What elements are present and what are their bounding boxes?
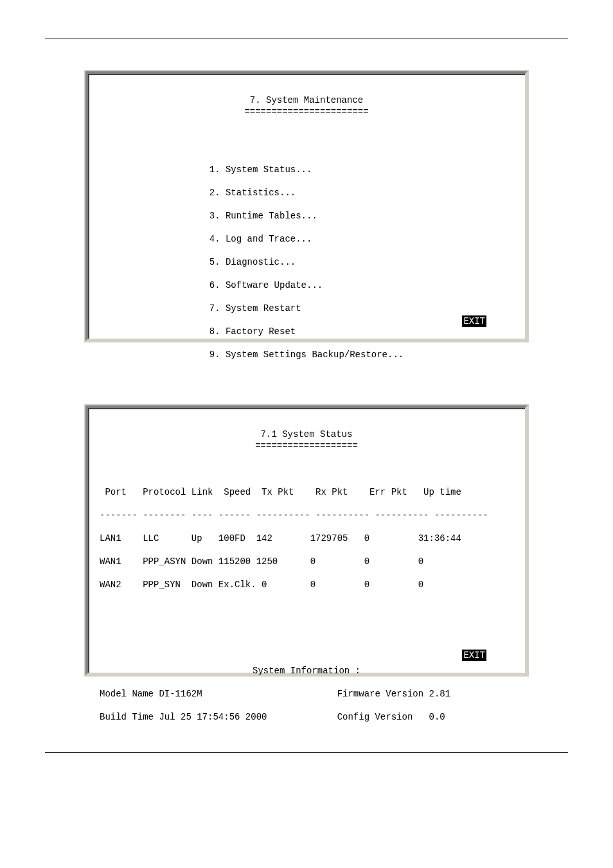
screen1-wrap: 7. System Maintenance===================…	[0, 71, 613, 341]
bottom-rule	[45, 752, 568, 753]
screen2-content: 7.1 System Status=================== Por…	[100, 417, 513, 746]
screen1-menu: 1. System Status... 2. Statistics... 3. …	[209, 152, 404, 372]
table-row: WAN1 PPP_ASYN Down 115200 1250 0 0 0	[100, 556, 513, 567]
screen1-title: 7. System Maintenance	[100, 94, 513, 106]
screen1-panel: 7. System Maintenance===================…	[85, 71, 528, 341]
table-header: Port Protocol Link Speed Tx Pkt Rx Pkt E…	[100, 486, 513, 498]
menu-item-6[interactable]: 6. Software Update...	[209, 279, 404, 291]
menu-item-5[interactable]: 5. Diagnostic...	[209, 256, 404, 268]
sysinfo-line1: Model Name DI-1162M Firmware Version 2.8…	[100, 688, 513, 700]
menu-item-4[interactable]: 4. Log and Trace...	[209, 233, 404, 245]
table-row: WAN2 PPP_SYN Down Ex.Clk. 0 0 0 0	[100, 579, 513, 590]
screen1-exit-button[interactable]: EXIT	[462, 315, 486, 327]
sysinfo-line2: Build Time Jul 25 17:54:56 2000 Config V…	[100, 711, 513, 723]
screen1-content: 7. System Maintenance===================…	[100, 83, 513, 395]
menu-item-7[interactable]: 7. System Restart	[209, 303, 404, 314]
menu-item-1[interactable]: 1. System Status...	[209, 164, 404, 175]
menu-item-9[interactable]: 9. System Settings Backup/Restore...	[209, 349, 404, 360]
screen2-title: 7.1 System Status	[100, 429, 513, 440]
menu-item-2[interactable]: 2. Statistics...	[209, 187, 404, 199]
screen2-wrap: 7.1 System Status=================== Por…	[0, 405, 613, 675]
screen2-panel: 7.1 System Status=================== Por…	[85, 405, 528, 675]
page: 7. System Maintenance===================…	[0, 0, 613, 792]
top-rule	[45, 39, 568, 39]
screen1-underline: =======================	[100, 106, 513, 118]
screen2-underline: ===================	[100, 440, 513, 452]
screen2-exit-button[interactable]: EXIT	[462, 650, 486, 661]
menu-item-8[interactable]: 8. Factory Reset	[209, 326, 404, 337]
table-row: LAN1 LLC Up 100FD 142 1729705 0 31:36:44	[100, 533, 513, 544]
menu-item-3[interactable]: 3. Runtime Tables...	[209, 210, 404, 222]
sysinfo-title: System Information :	[253, 666, 360, 676]
table-divider: ------- -------- ---- ------ ---------- …	[100, 509, 513, 521]
